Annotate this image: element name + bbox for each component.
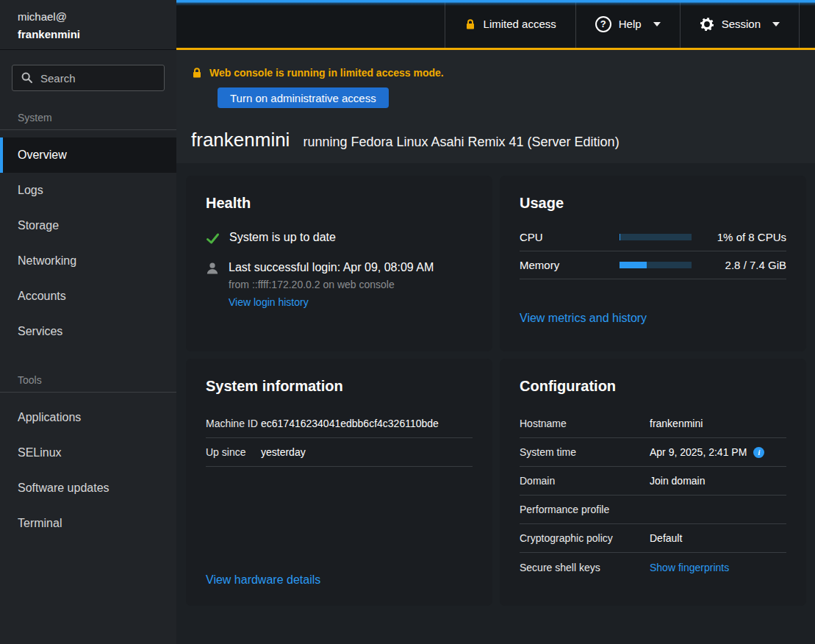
sidebar-item-accounts[interactable]: Accounts	[0, 279, 176, 314]
page-title: frankenmini running Fedora Linux Asahi R…	[191, 129, 800, 151]
system-information-card: System information Machine ID ec61741623…	[186, 359, 492, 606]
page-header-section: Web console is running in limited access…	[176, 50, 815, 163]
sidebar-nav: System Overview Logs Storage Networking …	[0, 101, 176, 541]
hostname-label: Hostname	[520, 418, 650, 429]
sidebar-search	[0, 50, 176, 91]
view-metrics-link[interactable]: View metrics and history	[520, 312, 786, 325]
nav-section-system-title: System	[0, 101, 176, 130]
system-information-table: Machine ID ec617416234041edbb6cf4c326110…	[206, 409, 473, 467]
usage-card-title: Usage	[520, 195, 786, 212]
session-label: Session	[722, 18, 761, 30]
sidebar-item-logs[interactable]: Logs	[0, 173, 176, 208]
updates-status-item: System is up to date	[206, 231, 473, 246]
limited-access-alert: Web console is running in limited access…	[191, 67, 800, 79]
caret-down-icon	[772, 22, 780, 26]
cards-section: Health System is up to date	[176, 163, 815, 644]
help-label: Help	[619, 18, 642, 30]
hostname-heading: frankenmini	[191, 129, 290, 151]
system-time-row: System time Apr 9, 2025, 2:41 PM i	[520, 438, 786, 467]
show-fingerprints-link[interactable]: Show fingerprints	[650, 562, 729, 573]
up-since-label: Up since	[206, 446, 261, 458]
sidebar-item-networking[interactable]: Networking	[0, 243, 176, 279]
cryptographic-policy-row: Cryptographic policy Default	[520, 524, 786, 553]
cpu-usage-value: 1% of 8 CPUs	[717, 231, 786, 243]
machine-id-value: ec617416234041edbb6cf4c326110bde	[261, 418, 439, 429]
question-circle-icon: ?	[595, 16, 611, 32]
sidebar-item-overview[interactable]: Overview	[0, 137, 176, 173]
user-icon	[206, 262, 219, 275]
login-source-text: from ::ffff:172.20.0.2 on web console	[229, 279, 434, 290]
turn-on-admin-access-button[interactable]: Turn on administrative access	[218, 87, 389, 108]
performance-profile-row: Performance profile	[520, 495, 786, 524]
sidebar-item-services[interactable]: Services	[0, 314, 176, 349]
secure-shell-keys-row: Secure shell keys Show fingerprints	[520, 553, 786, 582]
memory-progress-bar	[620, 262, 692, 268]
health-card: Health System is up to date	[186, 176, 492, 351]
sidebar-login-info: michael@ frankenmini	[0, 0, 176, 50]
caret-down-icon	[653, 22, 661, 26]
sidebar-item-selinux[interactable]: SELinux	[0, 435, 176, 471]
last-login-item: Last successful login: Apr 09, 08:09 AM …	[206, 261, 473, 309]
sidebar-item-applications[interactable]: Applications	[0, 400, 176, 435]
lock-icon	[191, 67, 203, 79]
cpu-label: CPU	[520, 231, 620, 243]
nav-section-tools: Tools Applications SELinux Software upda…	[0, 364, 176, 541]
search-input[interactable]	[12, 65, 165, 91]
memory-usage-value: 2.8 / 7.4 GiB	[725, 259, 786, 271]
system-information-title: System information	[206, 378, 473, 395]
gear-icon	[700, 17, 714, 32]
sidebar-item-storage[interactable]: Storage	[0, 208, 176, 243]
help-dropdown[interactable]: ? Help	[575, 0, 680, 48]
cpu-progress-bar	[620, 234, 692, 240]
sidebar-item-software-updates[interactable]: Software updates	[0, 471, 176, 506]
cryptographic-policy-label: Cryptographic policy	[520, 532, 650, 544]
last-login-text: Last successful login: Apr 09, 08:09 AM	[229, 261, 434, 274]
logged-in-user: michael@	[18, 8, 159, 26]
cpu-usage-row: CPU 1% of 8 CPUs	[520, 223, 786, 251]
machine-id-label: Machine ID	[206, 418, 261, 429]
usage-card: Usage CPU 1% of 8 CPUs Memory 2.8 / 7.4 …	[500, 176, 806, 351]
domain-row: Domain Join domain	[520, 467, 786, 495]
masthead: Limited access ? Help Session	[176, 0, 815, 50]
system-time-label: System time	[520, 446, 650, 458]
updates-status-text: System is up to date	[229, 231, 336, 244]
nav-section-tools-title: Tools	[0, 364, 176, 393]
sidebar-item-terminal[interactable]: Terminal	[0, 506, 176, 541]
memory-label: Memory	[520, 259, 620, 271]
configuration-table: Hostname frankenmini System time Apr 9, …	[520, 409, 786, 582]
usage-table: CPU 1% of 8 CPUs Memory 2.8 / 7.4 GiB	[520, 223, 786, 279]
view-login-history-link[interactable]: View login history	[229, 296, 309, 308]
lock-icon	[464, 18, 476, 30]
domain-label: Domain	[520, 475, 650, 487]
check-icon	[206, 232, 220, 246]
search-icon	[21, 71, 34, 85]
health-card-title: Health	[206, 195, 473, 212]
memory-usage-row: Memory 2.8 / 7.4 GiB	[520, 251, 786, 279]
cockpit-app: michael@ frankenmini System Overview Log…	[0, 0, 815, 644]
overview-page: Web console is running in limited access…	[176, 50, 815, 644]
logged-in-host: frankenmini	[18, 26, 159, 43]
performance-profile-label: Performance profile	[520, 504, 650, 515]
limited-access-alert-text: Web console is running in limited access…	[209, 67, 444, 79]
configuration-title: Configuration	[520, 378, 786, 395]
masthead-nav: Limited access ? Help Session	[445, 0, 800, 48]
configuration-card: Configuration Hostname frankenmini Syste…	[500, 359, 806, 606]
nav-section-system: System Overview Logs Storage Networking …	[0, 101, 176, 349]
session-dropdown[interactable]: Session	[680, 0, 800, 48]
hostname-value: frankenmini	[650, 418, 703, 429]
up-since-value: yesterday	[261, 446, 306, 458]
join-domain-action[interactable]: Join domain	[650, 475, 706, 487]
system-time-value: Apr 9, 2025, 2:41 PM	[650, 446, 747, 458]
up-since-row: Up since yesterday	[206, 438, 473, 467]
machine-id-row: Machine ID ec617416234041edbb6cf4c326110…	[206, 409, 473, 438]
os-description: running Fedora Linux Asahi Remix 41 (Ser…	[303, 135, 619, 150]
hostname-row: Hostname frankenmini	[520, 409, 786, 438]
view-hardware-details-link[interactable]: View hardware details	[206, 573, 473, 587]
limited-access-button[interactable]: Limited access	[445, 0, 575, 48]
info-icon[interactable]: i	[753, 447, 764, 458]
sidebar: michael@ frankenmini System Overview Log…	[0, 0, 176, 644]
limited-access-label: Limited access	[484, 18, 556, 30]
secure-shell-keys-label: Secure shell keys	[520, 562, 650, 573]
cryptographic-policy-value: Default	[650, 532, 682, 544]
